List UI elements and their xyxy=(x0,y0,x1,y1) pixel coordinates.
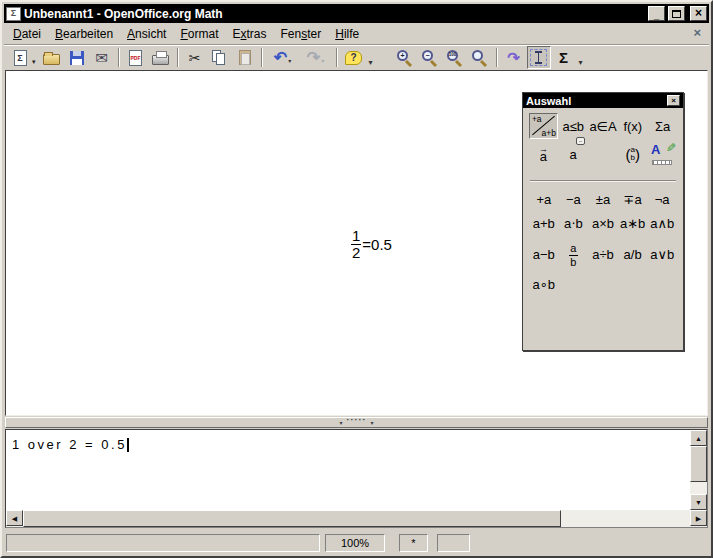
vertical-scrollbar[interactable]: ▲ ▼ xyxy=(690,430,707,510)
zoom-out-button[interactable]: − xyxy=(418,46,442,69)
redo-icon: ↷ xyxy=(307,50,320,66)
toolbar-options-arrow[interactable]: ▾ xyxy=(369,58,373,67)
symbols-button[interactable]: Σ xyxy=(552,46,576,69)
symbol-plus-a[interactable]: +a xyxy=(529,192,559,207)
category-set-operations[interactable]: a∈A xyxy=(589,113,618,139)
maximize-icon xyxy=(672,10,681,18)
symbol-a-cdot-b[interactable]: a⋅b xyxy=(559,216,589,231)
open-button[interactable] xyxy=(40,46,64,69)
palette-category-row-1: +a a+b a≤b a∈A f(x) Σa xyxy=(529,113,677,139)
category-misc[interactable]: a ··· xyxy=(559,141,588,167)
status-bar: 100% * xyxy=(4,532,709,554)
title-bar[interactable]: Σ Unbenannt1 - OpenOffice.org Math _ × xyxy=(4,4,709,23)
vertical-scroll-thumb[interactable] xyxy=(690,446,707,482)
toolbar-options-arrow[interactable]: ▾ xyxy=(579,58,583,67)
zoom-button[interactable] xyxy=(468,46,492,69)
category-operators[interactable]: Σa xyxy=(648,113,677,139)
app-icon-sigma: Σ xyxy=(11,9,16,18)
help-icon: ? xyxy=(345,51,362,65)
menu-hilfe[interactable]: Hilfe xyxy=(328,25,366,43)
palette-title: Auswahl xyxy=(526,95,571,107)
toolbar: Σ ▾ ✉ PDF ✂ ↶▾ ↷▾ ? ▾ + − 100 ↷ Σ ▾ xyxy=(4,44,709,70)
print-button[interactable] xyxy=(149,46,173,69)
text-cursor xyxy=(127,438,129,452)
palette-close-button[interactable]: × xyxy=(667,95,680,106)
help-button[interactable]: ? xyxy=(342,46,366,69)
redo-dropdown-arrow[interactable]: ▾ xyxy=(321,57,324,64)
symbol-a-div-b[interactable]: a÷b xyxy=(588,247,618,262)
symbol-a-over-b[interactable]: ab xyxy=(559,240,589,268)
symbol-minusplus-a[interactable]: ∓a xyxy=(618,192,648,207)
printer-icon xyxy=(152,55,169,65)
scroll-right-button[interactable]: ▶ xyxy=(690,510,707,526)
redo-button[interactable]: ↷▾ xyxy=(300,46,332,69)
menu-bar: Datei Bearbeiten Ansicht Format Extras F… xyxy=(4,23,709,44)
menu-datei[interactable]: Datei xyxy=(6,25,48,43)
category-relations[interactable]: a≤b xyxy=(559,113,588,139)
category-attributes[interactable]: → a xyxy=(529,141,558,167)
formula-cursor-button[interactable] xyxy=(527,46,551,69)
splitter-grip-icon[interactable]: ▾ ····· ▾ xyxy=(339,420,373,426)
export-pdf-button[interactable]: PDF xyxy=(124,46,148,69)
close-document-button[interactable]: × xyxy=(693,26,701,39)
copy-button[interactable] xyxy=(208,46,232,69)
symbol-a-plus-b[interactable]: a+b xyxy=(529,216,559,231)
symbol-a-ast-b[interactable]: a∗b xyxy=(618,216,648,231)
new-document-icon: Σ xyxy=(14,50,27,66)
palette-separator xyxy=(530,180,676,182)
save-floppy-icon xyxy=(70,51,84,65)
menu-format[interactable]: Format xyxy=(173,25,225,43)
category-unary-binary-operators[interactable]: +a a+b xyxy=(529,113,558,139)
maximize-button[interactable] xyxy=(668,6,685,21)
symbol-a-times-b[interactable]: a×b xyxy=(588,216,618,231)
new-button[interactable]: Σ xyxy=(8,46,32,69)
horizontal-scroll-thumb[interactable] xyxy=(23,510,561,527)
symbol-a-minus-b[interactable]: a−b xyxy=(529,247,559,262)
symbol-a-slash-b[interactable]: a/b xyxy=(618,247,648,262)
close-button[interactable]: × xyxy=(690,6,707,21)
menu-ansicht[interactable]: Ansicht xyxy=(120,25,173,43)
zoom-in-button[interactable]: + xyxy=(393,46,417,69)
menu-fenster[interactable]: Fenster xyxy=(274,25,329,43)
zoom-level-panel[interactable]: 100% xyxy=(325,534,385,552)
save-button[interactable] xyxy=(65,46,89,69)
toolbar-separator xyxy=(336,48,338,67)
modified-indicator-panel: * xyxy=(399,534,428,552)
category-formats[interactable]: A ✎ xyxy=(648,141,677,167)
cut-button[interactable]: ✂ xyxy=(183,46,207,69)
undo-icon: ↶ xyxy=(274,50,287,66)
undo-button[interactable]: ↶▾ xyxy=(267,46,299,69)
symbol-a-and-b[interactable]: a∧b xyxy=(647,216,677,231)
new-dropdown-arrow[interactable]: ▾ xyxy=(32,58,36,66)
symbol-minus-a[interactable]: −a xyxy=(559,192,589,207)
zoom-100-button[interactable]: 100 xyxy=(443,46,467,69)
scroll-down-button[interactable]: ▼ xyxy=(690,494,707,510)
send-email-button[interactable]: ✉ xyxy=(90,46,114,69)
horizontal-scrollbar[interactable]: ◀ ▶ xyxy=(6,510,707,527)
scroll-up-button[interactable]: ▲ xyxy=(690,430,707,446)
symbol-not-a[interactable]: ¬a xyxy=(647,192,677,207)
minimize-button[interactable]: _ xyxy=(648,6,665,21)
palette-title-bar[interactable]: Auswahl × xyxy=(523,93,683,108)
symbol-plusminus-a[interactable]: ±a xyxy=(588,192,618,207)
category-brackets[interactable]: ( ab ) xyxy=(618,141,647,167)
formula-view[interactable]: 1 2 =0.5 Auswahl × +a a+b xyxy=(5,70,708,416)
menu-bearbeiten[interactable]: Bearbeiten xyxy=(48,25,120,43)
scroll-left-button[interactable]: ◀ xyxy=(6,510,23,526)
category-functions[interactable]: f(x) xyxy=(618,113,647,139)
scissors-icon: ✂ xyxy=(189,51,201,65)
status-extra-panel xyxy=(437,534,470,552)
command-input[interactable]: 1 over 2 = 0.5 xyxy=(6,430,690,510)
menu-extras[interactable]: Extras xyxy=(226,25,274,43)
symbol-a-or-b[interactable]: a∨b xyxy=(647,247,677,262)
toolbar-separator xyxy=(118,48,120,67)
fraction-numerator: 1 xyxy=(351,228,361,244)
splitter[interactable]: ▾ ····· ▾ xyxy=(5,417,708,428)
ruler-icon xyxy=(652,160,672,165)
zoom-out-icon: − xyxy=(421,49,438,66)
paste-button[interactable] xyxy=(233,46,257,69)
update-button[interactable]: ↷ xyxy=(502,46,526,69)
symbol-a-circ-b[interactable]: a∘b xyxy=(529,277,559,292)
undo-dropdown-arrow[interactable]: ▾ xyxy=(288,57,291,64)
pdf-icon: PDF xyxy=(129,50,142,66)
